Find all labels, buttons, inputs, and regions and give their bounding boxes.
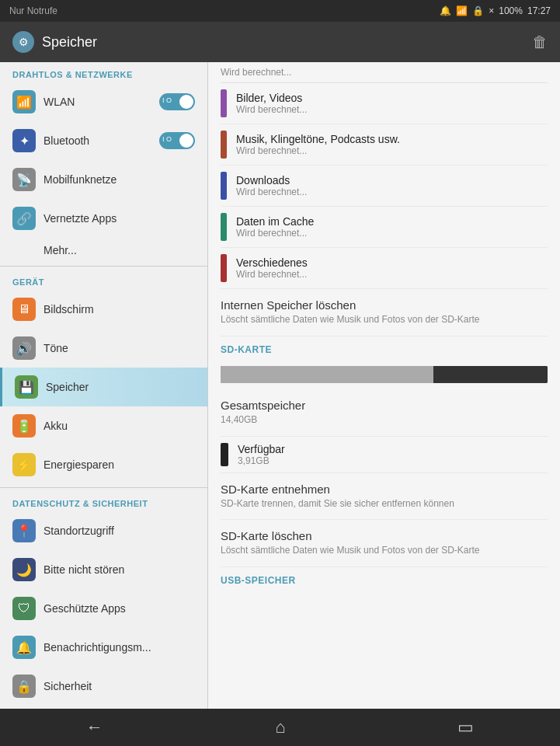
storage-item-downloads[interactable]: Downloads Wird berechnet... xyxy=(221,166,548,207)
status-x: × xyxy=(489,5,494,16)
sd-entnehmen[interactable]: SD-Karte entnehmen SD-Karte trennen, dam… xyxy=(221,473,548,521)
page-title: Speicher xyxy=(42,34,97,51)
musik-name: Musik, Klingeltöne, Podcasts usw. xyxy=(236,133,548,145)
sd-progress-free xyxy=(433,366,548,383)
sidebar-item-mehr[interactable]: Mehr... xyxy=(0,238,207,263)
benachricht-label: Benachrichtigungsm... xyxy=(43,641,195,654)
top-scroll-hint: Wird berechnet... xyxy=(221,62,548,83)
cache-name: Daten im Cache xyxy=(236,215,548,228)
sicherheit-label: Sicherheit xyxy=(43,680,195,692)
section-header-wireless: DRAHTLOS & NETZWERKE xyxy=(0,62,207,82)
gesamtspeicher-label: Gesamtspeicher xyxy=(221,399,548,412)
various-sub: Wird berechnet... xyxy=(236,269,548,280)
sidebar-item-dnd[interactable]: 🌙 Bitte nicht stören xyxy=(0,550,207,589)
musik-info: Musik, Klingeltöne, Podcasts usw. Wird b… xyxy=(236,133,548,156)
status-right: 🔔 📶 🔒 × 100% 17:27 xyxy=(440,5,551,16)
bilder-color-bar xyxy=(221,89,227,117)
mobilfunk-icon: 📡 xyxy=(12,168,36,191)
sidebar-item-bildschirm[interactable]: 🖥 Bildschirm xyxy=(0,290,207,329)
usb-speicher-header: USB-SPEICHER xyxy=(221,567,548,591)
musik-sub: Wird berechnet... xyxy=(236,145,548,156)
section-header-geraet: GERÄT xyxy=(0,270,207,290)
wlan-toggle[interactable]: I O xyxy=(159,93,195,110)
verfuegbar-color-bar xyxy=(221,443,228,466)
bildschirm-label: Bildschirm xyxy=(43,303,195,315)
status-bar: Nur Notrufe 🔔 📶 🔒 × 100% 17:27 xyxy=(0,0,560,22)
sidebar-item-mobilfunk[interactable]: 📡 Mobilfunknetze xyxy=(0,160,207,199)
energie-icon: ⚡ xyxy=(12,453,36,476)
bluetooth-icon: ✦ xyxy=(12,129,36,152)
wlan-label: WLAN xyxy=(43,96,151,108)
title-bar: ⚙ Speicher 🗑 xyxy=(0,22,560,62)
sd-progress-bar xyxy=(221,366,548,383)
bt-toggle-on-label: I O xyxy=(162,135,172,143)
gesamtspeicher-value: 14,40GB xyxy=(221,413,548,427)
bildschirm-icon: 🖥 xyxy=(12,298,36,321)
bilder-info: Bilder, Videos Wird berechnet... xyxy=(236,92,548,115)
downloads-color-bar xyxy=(221,172,227,200)
storage-item-musik[interactable]: Musik, Klingeltöne, Podcasts usw. Wird b… xyxy=(221,124,548,166)
downloads-name: Downloads xyxy=(236,174,548,186)
wlan-icon: 📶 xyxy=(12,90,36,113)
benachricht-icon: 🔔 xyxy=(12,636,36,659)
toene-icon: 🔊 xyxy=(12,336,36,360)
downloads-sub: Wird berechnet... xyxy=(236,186,548,197)
speicher-icon: 💾 xyxy=(15,375,38,399)
gesamtspeicher-item: Gesamtspeicher 14,40GB xyxy=(221,389,548,437)
main-content: DRAHTLOS & NETZWERKE 📶 WLAN I O ✦ Blueto… xyxy=(0,62,560,709)
verfuegbar-info: Verfügbar 3,91GB xyxy=(238,443,548,466)
home-button[interactable]: ⌂ xyxy=(256,711,304,744)
sd-entnehmen-sub: SD-Karte trennen, damit Sie sie sicher e… xyxy=(221,497,548,511)
sidebar-item-secureapps[interactable]: 🛡 Geschützte Apps xyxy=(0,589,207,628)
verfuegbar-name: Verfügbar xyxy=(238,443,548,455)
akku-icon: 🔋 xyxy=(12,414,36,437)
section-header-datenschutz: DATENSCHUTZ & SICHERHEIT xyxy=(0,491,207,511)
various-color-bar xyxy=(221,254,227,282)
title-action-icon[interactable]: 🗑 xyxy=(532,33,548,51)
status-sim-icon: 🔒 xyxy=(472,5,484,16)
status-wifi-icon: 📶 xyxy=(456,5,468,16)
sidebar-item-toene[interactable]: 🔊 Töne xyxy=(0,329,207,368)
sidebar-item-speicher[interactable]: 💾 Speicher xyxy=(0,368,207,406)
sidebar-item-bluetooth[interactable]: ✦ Bluetooth I O xyxy=(0,121,207,160)
status-notify-icon: 🔔 xyxy=(440,5,451,16)
title-icon: ⚙ xyxy=(12,31,34,53)
sd-progress-used xyxy=(221,366,433,383)
sd-entnehmen-title: SD-Karte entnehmen xyxy=(221,483,548,496)
sidebar-item-benachricht[interactable]: 🔔 Benachrichtigungsm... xyxy=(0,628,207,667)
musik-color-bar xyxy=(221,131,227,159)
storage-item-various[interactable]: Verschiedenes Wird berechnet... xyxy=(221,248,548,289)
internen-loeschen[interactable]: Internen Speicher löschen Löscht sämtlic… xyxy=(221,289,548,336)
recents-button[interactable]: ▭ xyxy=(439,711,492,744)
divider-2 xyxy=(0,487,207,488)
sidebar-item-sicherheit[interactable]: 🔒 Sicherheit xyxy=(0,667,207,706)
internen-loeschen-title: Internen Speicher löschen xyxy=(221,298,548,312)
secureapps-label: Geschützte Apps xyxy=(43,602,195,615)
storage-item-cache[interactable]: Daten im Cache Wird berechnet... xyxy=(221,207,548,248)
bluetooth-toggle[interactable]: I O xyxy=(159,132,195,149)
standort-icon: 📍 xyxy=(12,519,36,542)
right-content: Wird berechnet... Bilder, Videos Wird be… xyxy=(208,62,560,709)
back-button[interactable]: ← xyxy=(68,711,122,744)
sidebar-item-energie[interactable]: ⚡ Energiesparen xyxy=(0,445,207,484)
sd-loeschen-title: SD-Karte löschen xyxy=(221,529,548,542)
cache-color-bar xyxy=(221,213,227,241)
vernetzte-icon: 🔗 xyxy=(12,207,36,230)
secureapps-icon: 🛡 xyxy=(12,597,36,620)
mobilfunk-label: Mobilfunknetze xyxy=(43,173,195,186)
energie-label: Energiesparen xyxy=(43,458,195,471)
sidebar-item-vernetzte[interactable]: 🔗 Vernetzte Apps xyxy=(0,199,207,238)
sidebar-item-akku[interactable]: 🔋 Akku xyxy=(0,406,207,445)
bilder-name: Bilder, Videos xyxy=(236,92,548,104)
sd-loeschen-sub: Löscht sämtliche Daten wie Musik und Fot… xyxy=(221,544,548,557)
storage-item-bilder[interactable]: Bilder, Videos Wird berechnet... xyxy=(221,83,548,124)
title-bar-left: ⚙ Speicher xyxy=(12,31,97,53)
toene-label: Töne xyxy=(43,342,195,354)
vernetzte-label: Vernetzte Apps xyxy=(43,212,195,225)
sidebar-item-wlan[interactable]: 📶 WLAN I O xyxy=(0,82,207,121)
sidebar-item-standort[interactable]: 📍 Standortzugriff xyxy=(0,511,207,550)
divider-1 xyxy=(0,266,207,267)
sd-karte-header: SD-KARTE xyxy=(221,336,548,360)
sicherheit-icon: 🔒 xyxy=(12,675,36,698)
sd-loeschen[interactable]: SD-Karte löschen Löscht sämtliche Daten … xyxy=(221,520,548,567)
